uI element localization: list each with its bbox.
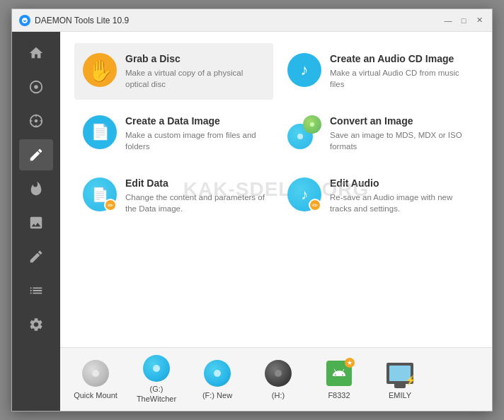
app-body: KAK-SDELAT.ORG ✋ Grab a Disc Make a virt… [12, 32, 492, 411]
taskbar-item-new[interactable]: (F:) New [189, 353, 246, 407]
edit-data-desc: Change the content and parameters of the… [125, 192, 265, 214]
app-window: DAEMON Tools Lite 10.9 — □ ✕ [11, 8, 493, 412]
edit-audio-icon: ♪ ✏ [287, 177, 321, 211]
taskbar: Quick Mount (G:) TheWitcher (F:) New [60, 347, 492, 411]
sidebar-item-list[interactable] [19, 275, 53, 306]
sidebar-item-tools[interactable] [19, 139, 53, 170]
close-button[interactable]: ✕ [474, 15, 485, 26]
taskbar-item-quick-mount[interactable]: Quick Mount [67, 353, 124, 407]
minimize-button[interactable]: — [442, 15, 454, 26]
card-grab-disc[interactable]: ✋ Grab a Disc Make a virtual copy of a p… [74, 43, 273, 100]
sidebar-item-burn[interactable] [19, 173, 53, 204]
taskbar-item-h-drive[interactable]: (H:) [250, 353, 307, 407]
grab-disc-desc: Make a virtual copy of a physical optica… [125, 67, 265, 90]
create-audio-desc: Make a virtual Audio CD from music files [330, 67, 469, 90]
card-edit-data[interactable]: 📄 ✏ Edit Data Change the content and par… [74, 168, 273, 224]
new-icon [202, 358, 232, 388]
taskbar-item-f8332[interactable]: ★ F8332 [311, 353, 367, 407]
sidebar-item-settings[interactable] [19, 309, 53, 340]
convert-image-icon [287, 115, 321, 149]
sidebar-item-disc[interactable] [19, 71, 53, 103]
edit-data-icon: 📄 ✏ [83, 177, 117, 211]
maximize-button[interactable]: □ [458, 15, 469, 26]
grab-disc-title: Grab a Disc [125, 53, 265, 64]
sidebar-item-disc2[interactable] [19, 105, 53, 136]
edit-audio-desc: Re-save an Audio image with new tracks a… [330, 192, 469, 214]
h-drive-label: (H:) [272, 391, 285, 400]
sidebar [12, 32, 60, 411]
cards-grid: ✋ Grab a Disc Make a virtual copy of a p… [60, 32, 492, 236]
edit-audio-title: Edit Audio [330, 177, 469, 189]
taskbar-item-emily[interactable]: ⚡ EMILY [372, 353, 428, 407]
card-create-audio[interactable]: ♪ Create an Audio CD Image Make a virtua… [279, 43, 478, 100]
new-label: (F:) New [202, 391, 232, 400]
card-create-data[interactable]: 📄 Create a Data Image Make a custom imag… [74, 105, 273, 162]
window-controls: — □ ✕ [442, 15, 485, 26]
the-witcher-label: (G:) TheWitcher [131, 385, 182, 403]
create-data-desc: Make a custom image from files and folde… [125, 129, 265, 152]
emily-label: EMILY [389, 391, 411, 400]
quick-mount-icon [81, 358, 110, 388]
grab-disc-icon: ✋ [83, 53, 117, 87]
f8332-icon: ★ [324, 358, 354, 388]
create-data-icon: 📄 [83, 115, 117, 149]
convert-image-desc: Save an image to MDS, MDX or ISO formats [330, 129, 469, 152]
title-bar: DAEMON Tools Lite 10.9 — □ ✕ [12, 9, 492, 32]
emily-icon: ⚡ [385, 358, 415, 388]
content-wrapper: KAK-SDELAT.ORG ✋ Grab a Disc Make a virt… [60, 32, 492, 347]
convert-image-title: Convert an Image [330, 115, 469, 127]
card-convert-image[interactable]: Convert an Image Save an image to MDS, M… [279, 105, 478, 162]
svg-point-1 [34, 85, 38, 89]
main-area: KAK-SDELAT.ORG ✋ Grab a Disc Make a virt… [60, 32, 492, 411]
svg-point-3 [35, 119, 38, 123]
create-audio-title: Create an Audio CD Image [330, 53, 469, 64]
create-audio-icon: ♪ [287, 53, 321, 87]
sidebar-item-edit[interactable] [19, 241, 53, 272]
taskbar-item-the-witcher[interactable]: (G:) TheWitcher [128, 353, 185, 407]
app-icon [19, 15, 30, 26]
sidebar-item-home[interactable] [19, 37, 53, 69]
edit-data-title: Edit Data [125, 177, 265, 189]
create-data-title: Create a Data Image [125, 115, 265, 127]
h-drive-icon [263, 358, 293, 388]
the-witcher-icon [142, 355, 171, 382]
quick-mount-label: Quick Mount [74, 391, 118, 400]
card-edit-audio[interactable]: ♪ ✏ Edit Audio Re-save an Audio image wi… [279, 168, 478, 224]
app-title: DAEMON Tools Lite 10.9 [35, 16, 442, 25]
f8332-label: F8332 [328, 391, 350, 400]
sidebar-item-image[interactable] [19, 207, 53, 238]
